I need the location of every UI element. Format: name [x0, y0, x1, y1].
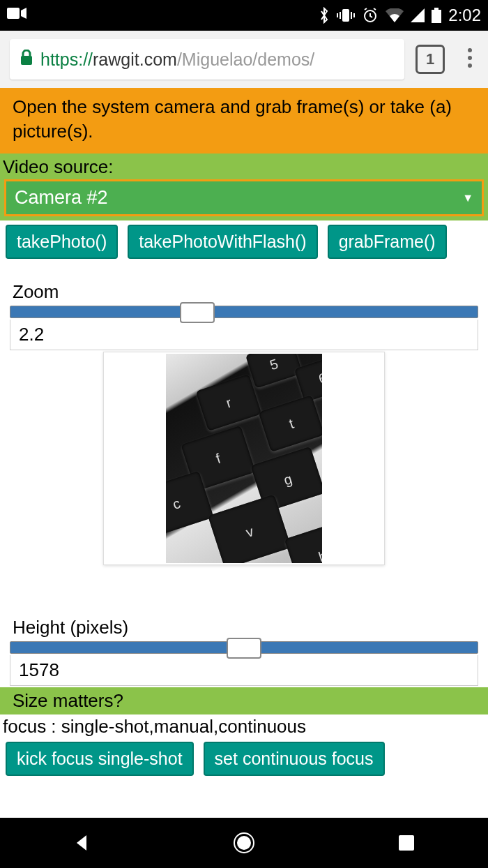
size-matters-row: Size matters? — [0, 687, 488, 714]
chevron-down-icon: ▼ — [462, 192, 473, 204]
battery-icon — [432, 8, 441, 23]
alarm-icon — [362, 7, 379, 24]
height-slider-thumb[interactable] — [227, 638, 261, 659]
svg-rect-1 — [342, 9, 349, 22]
zoom-section: Zoom — [0, 263, 488, 303]
bluetooth-icon — [319, 7, 330, 24]
video-source-selected: Camera #2 — [15, 187, 108, 209]
nav-back-button[interactable] — [69, 830, 94, 855]
capture-button-row: takePhoto() takePhotoWithFlash() grabFra… — [0, 220, 488, 263]
focus-capabilities-text: focus : single-shot,manual,continuous — [0, 714, 488, 739]
banner-text: Open the system camera and grab frame(s)… — [13, 96, 452, 142]
lock-icon — [20, 50, 33, 69]
url-path: /Miguelao/demos/ — [177, 50, 314, 70]
url-bar[interactable]: https://rawgit.com/Miguelao/demos/ — [10, 39, 404, 80]
video-source-row: Video source: Camera #2 ▼ — [0, 154, 488, 220]
svg-rect-0 — [7, 8, 20, 19]
camera-preview-frame: 5 6 r t f g c v b — [103, 352, 385, 565]
android-nav-bar — [0, 818, 488, 868]
focus-button-row: kick focus single-shot set continuous fo… — [0, 739, 488, 779]
browser-toolbar: https://rawgit.com/Miguelao/demos/ 1 — [0, 31, 488, 88]
kick-focus-button[interactable]: kick focus single-shot — [6, 742, 194, 776]
svg-rect-3 — [351, 12, 352, 19]
nav-home-button[interactable] — [231, 830, 257, 855]
page-banner: Open the system camera and grab frame(s)… — [0, 88, 488, 154]
svg-rect-5 — [353, 13, 355, 17]
size-matters-text: Size matters? — [13, 690, 123, 711]
camera-preview-image: 5 6 r t f g c v b — [166, 354, 322, 563]
tabs-button[interactable]: 1 — [415, 45, 445, 74]
status-time: 2:02 — [448, 6, 481, 25]
vibrate-icon — [337, 8, 355, 23]
svg-point-14 — [237, 836, 251, 850]
video-source-select[interactable]: Camera #2 ▼ — [4, 179, 484, 216]
url-scheme: https:// — [40, 50, 93, 70]
tab-count: 1 — [426, 50, 434, 68]
wifi-icon — [386, 8, 404, 22]
overflow-menu-button[interactable] — [456, 47, 484, 72]
android-status-bar: 2:02 — [0, 0, 488, 31]
svg-rect-8 — [432, 10, 441, 23]
height-value[interactable]: 1578 — [10, 655, 478, 686]
videocam-icon — [7, 6, 26, 24]
svg-rect-4 — [337, 13, 338, 17]
zoom-value[interactable]: 2.2 — [10, 320, 478, 350]
zoom-slider-thumb[interactable] — [180, 302, 215, 323]
video-source-label: Video source: — [3, 156, 485, 178]
height-label: Height (pixels) — [13, 617, 475, 638]
svg-rect-2 — [340, 12, 341, 19]
take-photo-button[interactable]: takePhoto() — [6, 225, 118, 259]
height-slider[interactable] — [10, 641, 478, 654]
zoom-label: Zoom — [13, 281, 475, 303]
svg-rect-7 — [434, 8, 439, 10]
svg-point-10 — [468, 48, 472, 52]
url-host: rawgit.com — [93, 50, 177, 70]
zoom-slider[interactable] — [10, 306, 478, 318]
svg-point-11 — [468, 56, 472, 60]
cellular-icon — [411, 8, 425, 22]
svg-rect-9 — [21, 56, 32, 65]
set-continuous-focus-button[interactable]: set continuous focus — [204, 742, 385, 776]
svg-point-12 — [468, 63, 472, 68]
grab-frame-button[interactable]: grabFrame() — [328, 225, 447, 259]
svg-rect-15 — [399, 835, 414, 851]
take-photo-flash-button[interactable]: takePhotoWithFlash() — [128, 225, 317, 259]
height-section: Height (pixels) — [0, 599, 488, 638]
nav-recents-button[interactable] — [394, 830, 419, 855]
